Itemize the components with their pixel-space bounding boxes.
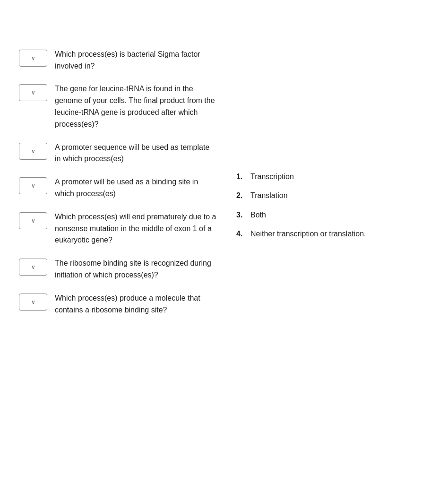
answer-number-4: 4. — [236, 229, 248, 239]
question-row: ∨Which process(es) will end prematurely … — [19, 211, 217, 246]
question-title — [19, 20, 429, 35]
question-text-7: Which process(es) produce a molecule tha… — [55, 293, 217, 316]
question-text-4: A promoter will be used as a binding sit… — [55, 176, 217, 200]
answer-item-3: 3.Both — [236, 210, 429, 220]
dropdown-6[interactable]: ∨ — [19, 259, 47, 276]
answers-column: 1.Transcription2.Translation3.Both4.Neit… — [236, 49, 429, 328]
answer-item-4: 4.Neither transcription or translation. — [236, 229, 429, 239]
chevron-down-icon: ∨ — [31, 264, 35, 270]
question-row: ∨A promoter will be used as a binding si… — [19, 176, 217, 200]
chevron-down-icon: ∨ — [31, 182, 35, 189]
dropdown-2[interactable]: ∨ — [19, 84, 47, 101]
chevron-down-icon: ∨ — [31, 55, 35, 61]
main-content: ∨Which process(es) is bacterial Sigma fa… — [19, 49, 429, 328]
dropdown-1[interactable]: ∨ — [19, 50, 47, 67]
questions-column: ∨Which process(es) is bacterial Sigma fa… — [19, 49, 217, 328]
dropdown-5[interactable]: ∨ — [19, 212, 47, 229]
answer-list: 1.Transcription2.Translation3.Both4.Neit… — [236, 172, 429, 240]
question-row: ∨The gene for leucine-tRNA is found in t… — [19, 83, 217, 130]
chevron-down-icon: ∨ — [31, 148, 35, 155]
chevron-down-icon: ∨ — [31, 299, 35, 305]
dropdown-4[interactable]: ∨ — [19, 177, 47, 194]
question-text-2: The gene for leucine-tRNA is found in th… — [55, 83, 217, 130]
question-row: ∨Which process(es) is bacterial Sigma fa… — [19, 49, 217, 72]
question-text-5: Which process(es) will end prematurely d… — [55, 211, 217, 246]
answer-text-2: Translation — [250, 190, 288, 201]
answer-text-3: Both — [250, 210, 266, 220]
answer-number-2: 2. — [236, 190, 248, 201]
answer-item-2: 2.Translation — [236, 190, 429, 201]
answer-text-1: Transcription — [250, 172, 294, 182]
question-row: ∨The ribosome binding site is recognized… — [19, 258, 217, 281]
answer-item-1: 1.Transcription — [236, 172, 429, 182]
answer-number-3: 3. — [236, 210, 248, 220]
dropdown-7[interactable]: ∨ — [19, 294, 47, 311]
question-text-6: The ribosome binding site is recognized … — [55, 258, 217, 281]
answer-number-1: 1. — [236, 172, 248, 182]
question-text-3: A promoter sequence will be used as temp… — [55, 142, 217, 165]
answer-text-4: Neither transcription or translation. — [250, 229, 366, 239]
dropdown-3[interactable]: ∨ — [19, 143, 47, 160]
question-row: ∨Which process(es) produce a molecule th… — [19, 293, 217, 316]
question-text-1: Which process(es) is bacterial Sigma fac… — [55, 49, 217, 72]
question-row: ∨A promoter sequence will be used as tem… — [19, 142, 217, 165]
chevron-down-icon: ∨ — [31, 89, 35, 96]
chevron-down-icon: ∨ — [31, 217, 35, 224]
